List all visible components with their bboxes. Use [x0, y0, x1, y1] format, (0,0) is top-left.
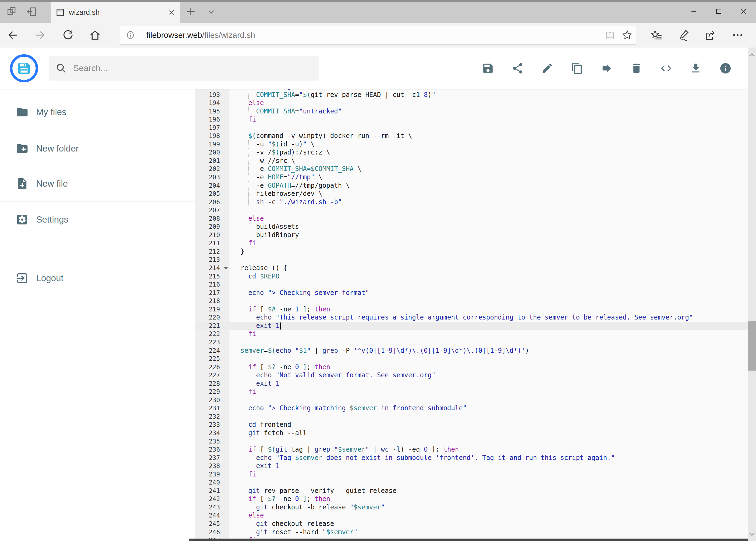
minimize-button[interactable] — [681, 0, 706, 23]
code-line[interactable]: 241 git rev-parse --verify --quiet relea… — [195, 487, 748, 495]
code-line[interactable]: 220 echo "This release script requires a… — [195, 313, 748, 322]
code-line[interactable]: 206 sh -c "./wizard.sh -b" — [195, 198, 748, 206]
code-line[interactable]: 236 if [ $(git tag | grep "$semver" | wc… — [195, 445, 748, 454]
tab-close-icon[interactable] — [165, 6, 178, 19]
share-button[interactable] — [511, 62, 524, 75]
more-options-icon[interactable] — [730, 28, 745, 43]
code-line[interactable]: 227 echo "Not valid semver format. See s… — [195, 371, 748, 379]
code-line[interactable]: 212} — [195, 248, 748, 256]
sidebar-item-settings[interactable]: Settings — [0, 209, 195, 231]
delete-button[interactable] — [630, 62, 642, 75]
close-button[interactable] — [731, 0, 756, 23]
code-line[interactable]: 196 fi — [195, 115, 748, 124]
code-line[interactable]: 197 — [195, 124, 748, 132]
code-line[interactable]: 239 fi — [195, 470, 748, 479]
reading-view-icon[interactable] — [601, 29, 619, 41]
download-button[interactable] — [690, 62, 702, 75]
code-line[interactable]: 240 — [195, 478, 748, 487]
tab-preview-button[interactable] — [4, 4, 21, 19]
code-line[interactable]: 204 -e GOPATH=//tmp/gopath \ — [195, 182, 748, 190]
share-icon[interactable] — [703, 28, 718, 43]
code-line[interactable]: 202 -e COMMIT_SHA=$COMMIT_SHA \ — [195, 165, 748, 173]
code-line[interactable]: 209 buildAssets — [195, 223, 748, 231]
code-line[interactable]: 232 — [195, 412, 748, 421]
annotate-pen-icon[interactable] — [676, 28, 691, 43]
url-text[interactable]: filebrowser.web/files/wizard.sh — [146, 31, 601, 40]
code-line[interactable]: 224semver=$(echo "$1" | grep -P '^v(0|[1… — [195, 346, 748, 355]
code-line[interactable]: 207 — [195, 206, 748, 215]
set-tabs-aside-button[interactable] — [23, 4, 41, 19]
code-line[interactable]: 231 echo "> Checking matching $semver in… — [195, 404, 748, 412]
browser-tab[interactable]: wizard.sh — [51, 2, 180, 23]
code-line[interactable]: 216 — [195, 280, 748, 289]
address-bar[interactable]: filebrowser.web/files/wizard.sh — [120, 26, 636, 45]
code-line[interactable]: 203 -e HOME="//tmp" \ — [195, 173, 748, 182]
code-line[interactable]: 221 exit 1 — [195, 322, 748, 330]
new-tab-button[interactable] — [185, 5, 197, 17]
code-line[interactable]: 213 — [195, 256, 748, 264]
sidebar-item-new-file[interactable]: New file — [0, 173, 195, 195]
code-line[interactable]: 217 echo "> Checking semver format" — [195, 289, 748, 297]
fold-arrow-icon[interactable] — [224, 267, 228, 270]
scroll-up-icon[interactable] — [748, 50, 756, 61]
code-line[interactable]: 242 if [ $? -ne 0 ]; then — [195, 495, 748, 503]
page-scrollbar[interactable] — [748, 48, 756, 541]
code-line[interactable]: 205 filebrowser/dev \ — [195, 190, 748, 198]
move-button[interactable] — [601, 62, 613, 75]
editor-horizontal-scrollbar[interactable] — [189, 539, 748, 541]
hub-icon[interactable] — [649, 28, 664, 43]
code-line[interactable]: 246 git reset --hard "$semver" — [195, 528, 748, 536]
code-line[interactable]: 210 buildBinary — [195, 231, 748, 239]
copy-button[interactable] — [571, 62, 583, 75]
code-line[interactable]: 215 cd $REPO — [195, 272, 748, 280]
back-button[interactable] — [5, 28, 21, 43]
code-line[interactable]: 222 fi — [195, 330, 748, 338]
code-line[interactable]: 194 else — [195, 99, 748, 107]
code-line[interactable]: 237 echo "Tag $semver does not exist in … — [195, 454, 748, 462]
scroll-down-icon[interactable] — [748, 529, 756, 539]
site-info-icon[interactable] — [120, 30, 140, 40]
code-line[interactable]: 244 else — [195, 511, 748, 520]
code-line[interactable]: 214release () { — [195, 264, 748, 272]
code-line[interactable]: 233 cd frontend — [195, 420, 748, 429]
home-button[interactable] — [87, 28, 103, 43]
sidebar-item-logout[interactable]: Logout — [0, 268, 195, 289]
code-line[interactable]: 218 — [195, 297, 748, 305]
code-line[interactable]: 228 exit 1 — [195, 379, 748, 388]
code-line[interactable]: 230 — [195, 396, 748, 404]
info-button[interactable] — [719, 62, 732, 75]
save-button[interactable] — [482, 62, 494, 75]
raw-code-button[interactable] — [660, 62, 672, 75]
code-editor[interactable]: 192 if [ -d ".git" ]; then193 COMMIT_SHA… — [195, 89, 748, 541]
code-line[interactable]: 245 git checkout release — [195, 520, 748, 528]
code-line[interactable]: 211 fi — [195, 239, 748, 248]
code-line[interactable]: 201 -w //src \ — [195, 157, 748, 165]
favorites-star-icon[interactable] — [619, 29, 636, 41]
sidebar-item-new-folder[interactable]: New folder — [0, 138, 195, 159]
maximize-button[interactable] — [706, 0, 731, 23]
scrollbar-thumb[interactable] — [748, 321, 756, 370]
refresh-button[interactable] — [60, 28, 76, 43]
code-line[interactable]: 219 if [ $# -ne 1 ]; then — [195, 305, 748, 313]
code-line[interactable]: 234 git fetch --all — [195, 429, 748, 437]
code-line[interactable]: 225 — [195, 355, 748, 363]
code-line[interactable]: 243 git checkout -b release "$semver" — [195, 503, 748, 512]
code-line[interactable]: 199 -u "$(id -u)" \ — [195, 140, 748, 149]
search-box[interactable] — [49, 56, 319, 81]
edit-button[interactable] — [541, 62, 554, 75]
code-line[interactable]: 193 COMMIT_SHA="$(git rev-parse HEAD | c… — [195, 91, 748, 99]
code-line[interactable]: 238 exit 1 — [195, 462, 748, 470]
code-line[interactable]: 208 else — [195, 215, 748, 223]
sidebar-item-my-files[interactable]: My files — [0, 101, 195, 123]
code-line[interactable]: 235 — [195, 437, 748, 446]
filebrowser-logo[interactable] — [10, 54, 38, 82]
forward-button[interactable] — [32, 28, 48, 43]
search-input[interactable] — [73, 63, 318, 73]
code-line[interactable]: 200 -v /$(pwd):/src:z \ — [195, 148, 748, 157]
code-line[interactable]: 223 — [195, 338, 748, 346]
tab-list-chevron-icon[interactable] — [206, 7, 216, 17]
code-line[interactable]: 195 COMMIT_SHA="untracked" — [195, 107, 748, 116]
code-line[interactable]: 198 $(command -v winpty) docker run --rm… — [195, 132, 748, 140]
code-line[interactable]: 229 fi — [195, 387, 748, 396]
code-line[interactable]: 226 if [ $? -ne 0 ]; then — [195, 363, 748, 371]
